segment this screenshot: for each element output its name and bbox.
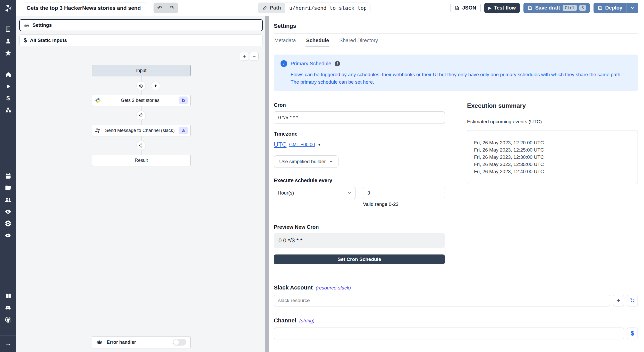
event-row: Fri, 26 May 2023, 12:35:00 UTC bbox=[474, 161, 631, 168]
add-step-button[interactable] bbox=[137, 111, 146, 120]
flow-title-input[interactable] bbox=[23, 3, 146, 13]
user-icon[interactable] bbox=[0, 35, 16, 47]
interval-unit-select[interactable]: Hour(s) bbox=[274, 187, 356, 199]
zoom-in-button[interactable]: + bbox=[240, 52, 249, 61]
settings-heading: Settings bbox=[274, 16, 638, 34]
interval-value-input[interactable] bbox=[363, 187, 445, 199]
deploy-options-chevron-button[interactable] bbox=[626, 3, 638, 13]
bug-icon bbox=[96, 339, 103, 345]
python-icon bbox=[95, 97, 101, 104]
favorites-star-icon[interactable]: ★ bbox=[0, 47, 16, 59]
settings-tabs: Metadata Schedule Shared Directory bbox=[274, 34, 638, 47]
cron-input[interactable] bbox=[274, 111, 445, 124]
chevron-up-icon bbox=[329, 160, 333, 164]
upcoming-events-label: Estimated upcoming events (UTC) bbox=[467, 119, 638, 125]
home-icon[interactable] bbox=[0, 69, 16, 81]
event-row: Fri, 26 May 2023, 12:20:00 UTC bbox=[474, 139, 631, 146]
trigger-bolt-button[interactable] bbox=[151, 81, 160, 90]
runs-play-icon[interactable] bbox=[0, 81, 16, 92]
flow-node-result[interactable]: Result bbox=[92, 155, 191, 166]
chevron-down-icon bbox=[630, 6, 635, 10]
app-window: ★ $ bbox=[0, 0, 644, 352]
primary-schedule-info-box: i Primary Schedule i Flows can be trigge… bbox=[274, 55, 638, 91]
flow-node-step-b[interactable]: Gets 3 best stories b bbox=[92, 95, 191, 106]
add-resource-button[interactable]: + bbox=[613, 295, 624, 306]
path-input[interactable] bbox=[285, 3, 370, 13]
undo-button[interactable]: ↶ bbox=[154, 3, 166, 13]
flow-node-input[interactable]: Input bbox=[92, 65, 191, 76]
flow-settings-button[interactable]: Settings bbox=[19, 19, 263, 31]
schedules-calendar-icon[interactable] bbox=[0, 170, 16, 182]
all-static-inputs-button[interactable]: $ All Static Inputs bbox=[19, 34, 263, 46]
settings-panel: Settings Metadata Schedule Shared Direct… bbox=[269, 16, 644, 352]
refresh-resources-button[interactable]: ↻ bbox=[627, 295, 638, 306]
docs-book-icon[interactable] bbox=[0, 290, 16, 302]
plus-icon bbox=[139, 113, 144, 118]
deploy-split-button: Deploy bbox=[594, 3, 638, 13]
plus-icon bbox=[139, 83, 144, 88]
error-handler-node[interactable]: Error handler bbox=[92, 336, 191, 348]
folders-icon[interactable] bbox=[0, 182, 16, 194]
cron-label: Cron bbox=[274, 102, 445, 108]
add-step-button[interactable] bbox=[137, 81, 146, 90]
add-step-button[interactable] bbox=[137, 141, 146, 150]
settings-gear-icon[interactable]: ⚙ bbox=[0, 217, 16, 229]
windmill-logo-icon[interactable] bbox=[4, 3, 13, 14]
workers-robot-icon[interactable] bbox=[0, 229, 16, 241]
channel-type: (string) bbox=[299, 318, 315, 324]
tab-metadata[interactable]: Metadata bbox=[274, 34, 296, 47]
save-icon bbox=[598, 5, 603, 10]
set-cron-schedule-button[interactable]: Set Cron Schedule bbox=[274, 254, 445, 264]
execution-summary-heading: Execution summary bbox=[467, 102, 638, 113]
timezone-label: Timezone bbox=[274, 131, 445, 137]
slack-account-type: (resource-slack) bbox=[316, 285, 351, 291]
event-row: Fri, 26 May 2023, 12:30:00 UTC bbox=[474, 154, 631, 161]
slack-account-label: Slack Account bbox=[274, 284, 313, 291]
resources-boxes-icon[interactable] bbox=[0, 104, 16, 116]
channel-section: Channel (string) $ bbox=[274, 317, 638, 339]
groups-icon[interactable] bbox=[0, 194, 16, 206]
insert-variable-dollar-button[interactable]: $ bbox=[627, 328, 638, 339]
audit-eye-icon[interactable] bbox=[0, 206, 16, 217]
simplified-builder-toggle-button[interactable]: Use simplified builder bbox=[274, 155, 338, 168]
tab-shared-directory[interactable]: Shared Directory bbox=[339, 34, 378, 47]
path-field: Path bbox=[258, 3, 370, 13]
save-icon bbox=[528, 5, 532, 10]
slack-icon bbox=[95, 128, 101, 134]
variables-dollar-icon[interactable]: $ bbox=[0, 92, 16, 104]
save-draft-button[interactable]: Save draft Ctrl S bbox=[523, 3, 590, 13]
redo-button[interactable]: ↷ bbox=[166, 3, 178, 13]
workspace-building-icon[interactable] bbox=[0, 23, 16, 35]
zoom-out-button[interactable]: − bbox=[250, 52, 259, 61]
topbar: ↶ ↷ Path JSON ▶ Test flow bbox=[16, 0, 644, 16]
deploy-button[interactable]: Deploy bbox=[594, 3, 626, 13]
info-title: Primary Schedule bbox=[291, 61, 331, 67]
flow-panel-scrollbar[interactable] bbox=[265, 16, 269, 352]
flow-node-step-a[interactable]: Send Message to Channel (slack) a bbox=[92, 125, 191, 136]
valid-range-hint: Valid range 0-23 bbox=[363, 201, 445, 207]
sidebar: ★ $ bbox=[0, 0, 16, 352]
bolt-icon bbox=[154, 84, 158, 88]
discord-icon[interactable] bbox=[0, 302, 16, 314]
path-label: Path bbox=[258, 3, 285, 13]
channel-label: Channel bbox=[274, 317, 296, 324]
play-icon: ▶ bbox=[488, 6, 492, 10]
github-icon[interactable] bbox=[0, 314, 16, 325]
info-icon: i bbox=[281, 60, 287, 67]
channel-input[interactable] bbox=[274, 328, 624, 339]
test-flow-button[interactable]: ▶ Test flow bbox=[484, 3, 520, 13]
kbd-s: S bbox=[579, 5, 586, 11]
file-icon bbox=[455, 5, 460, 10]
tooltip-info-icon[interactable]: i bbox=[335, 61, 340, 66]
error-handler-toggle[interactable] bbox=[173, 339, 186, 346]
sidebar-divider bbox=[0, 61, 16, 61]
info-body: Flows can be triggered by any schedules,… bbox=[281, 71, 631, 86]
slack-resource-input[interactable] bbox=[274, 295, 610, 306]
pencil-icon bbox=[262, 5, 267, 10]
sliders-icon bbox=[24, 23, 29, 28]
chevron-down-icon bbox=[347, 191, 352, 195]
collapse-arrow-icon[interactable]: → bbox=[0, 338, 16, 349]
json-button[interactable]: JSON bbox=[450, 3, 480, 13]
timezone-select[interactable]: UTC GMT +00:00 ▼ bbox=[274, 141, 445, 148]
tab-schedule[interactable]: Schedule bbox=[306, 34, 329, 47]
